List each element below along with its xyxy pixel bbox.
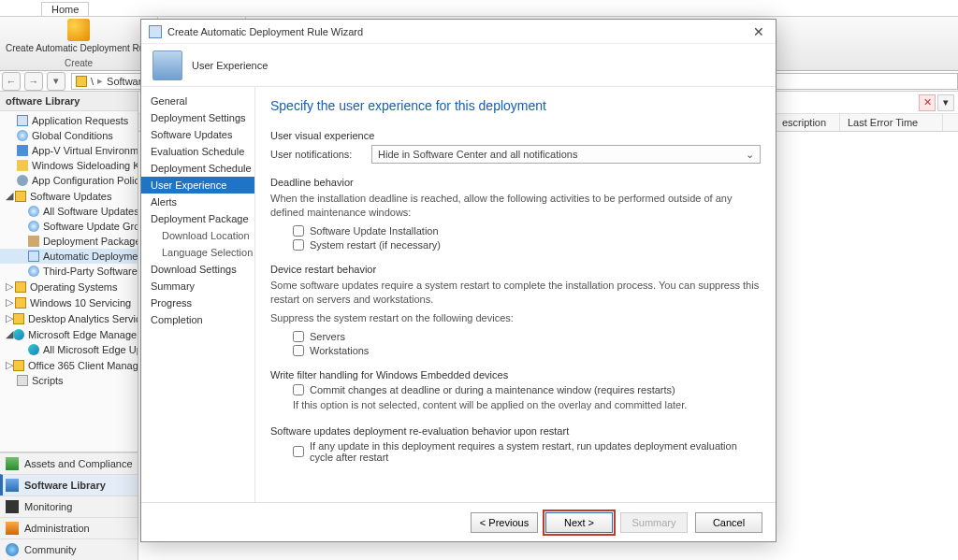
wizard-step[interactable]: Progress bbox=[141, 294, 254, 311]
tree-item[interactable]: Software Update Groups bbox=[0, 219, 138, 234]
chk-re-evaluate[interactable]: If any update in this deployment require… bbox=[293, 440, 761, 463]
wizard-step[interactable]: Evaluation Schedule bbox=[141, 143, 254, 160]
admin-icon bbox=[6, 522, 19, 535]
tree-item[interactable]: ▷Windows 10 Servicing bbox=[0, 294, 138, 310]
pkg-icon bbox=[28, 236, 39, 247]
suppress-restart-label: Suppress the system restart on the follo… bbox=[270, 311, 761, 325]
tree-item[interactable]: Windows Sideloading Key bbox=[0, 158, 138, 173]
mon-icon bbox=[6, 500, 19, 513]
chk-servers[interactable]: Servers bbox=[293, 331, 761, 342]
tree-item[interactable]: ▷Operating Systems bbox=[0, 279, 138, 294]
col-last-error-time[interactable]: Last Error Time bbox=[840, 114, 943, 131]
section-deadline-behavior: Deadline behavior bbox=[270, 177, 761, 188]
win-icon bbox=[17, 145, 28, 156]
wizard-icon bbox=[149, 25, 162, 38]
next-button[interactable]: Next > bbox=[545, 512, 613, 533]
create-adr-button[interactable]: Create Automatic Deployment Rule bbox=[6, 19, 152, 53]
section-user-visual-experience: User visual experience bbox=[270, 130, 761, 141]
gear-icon bbox=[17, 175, 28, 186]
nav-up-button[interactable]: ▾ bbox=[47, 72, 65, 91]
wizard-steps: GeneralDeployment SettingsSoftware Updat… bbox=[141, 87, 255, 502]
wunderbar-item[interactable]: Software Library bbox=[0, 474, 138, 495]
nav-tree: Application RequestsGlobal ConditionsApp… bbox=[0, 111, 138, 390]
filter-button[interactable]: ▾ bbox=[937, 94, 954, 111]
device-restart-description: Some software updates require a system r… bbox=[270, 279, 761, 307]
wunderbar-item[interactable]: Assets and Compliance bbox=[0, 452, 138, 474]
wizard-step[interactable]: Deployment Settings bbox=[141, 109, 254, 126]
folder-icon bbox=[15, 297, 26, 309]
cancel-button[interactable]: Cancel bbox=[695, 512, 762, 533]
ribbon-group-label: Create bbox=[65, 58, 93, 68]
edge-icon bbox=[28, 344, 39, 355]
write-filter-note: If this option is not selected, content … bbox=[293, 398, 761, 412]
folder-icon bbox=[13, 360, 24, 371]
dialog-close-button[interactable]: ✕ bbox=[749, 24, 768, 39]
star-wand-icon bbox=[67, 19, 90, 41]
wizard-step[interactable]: Software Updates bbox=[141, 126, 254, 143]
summary-button: Summary bbox=[620, 512, 688, 533]
globe-icon bbox=[17, 130, 28, 141]
wizard-page: Specify the user experience for this dep… bbox=[255, 87, 776, 502]
nav-back-button[interactable]: ← bbox=[2, 72, 21, 91]
globe-icon bbox=[28, 206, 39, 217]
script-icon bbox=[17, 375, 28, 386]
col-description[interactable]: escription bbox=[775, 114, 840, 131]
wizard-step[interactable]: Alerts bbox=[141, 194, 254, 210]
wizard-step[interactable]: General bbox=[141, 93, 254, 109]
wizard-step[interactable]: Completion bbox=[141, 311, 254, 328]
wizard-step[interactable]: User Experience bbox=[141, 177, 254, 194]
tree-item[interactable]: ◢Microsoft Edge Manageme bbox=[0, 326, 138, 342]
tree-item[interactable]: All Software Updates bbox=[0, 204, 138, 219]
tree-item[interactable]: App-V Virtual Environme bbox=[0, 143, 138, 158]
folder-icon bbox=[13, 313, 24, 324]
tree-item[interactable]: Automatic Deployment R bbox=[0, 249, 138, 264]
wizard-step[interactable]: Download Settings bbox=[141, 261, 254, 278]
tree-item[interactable]: ▷Desktop Analytics Servicing bbox=[0, 310, 138, 326]
chk-software-update-installation[interactable]: Software Update Installation bbox=[293, 225, 761, 237]
globe-icon bbox=[28, 266, 39, 277]
banner-title: User Experience bbox=[192, 60, 268, 71]
lib-icon bbox=[6, 479, 19, 492]
wunderbar: Assets and ComplianceSoftware LibraryMon… bbox=[0, 452, 138, 560]
tree-item[interactable]: Scripts bbox=[0, 373, 138, 388]
tree-item[interactable]: Deployment Packages bbox=[0, 234, 138, 249]
dialog-title: Create Automatic Deployment Rule Wizard bbox=[167, 26, 363, 37]
page-heading: Specify the user experience for this dep… bbox=[270, 98, 761, 113]
chk-workstations[interactable]: Workstations bbox=[293, 345, 761, 356]
folder-icon bbox=[76, 76, 87, 87]
doc-icon bbox=[28, 251, 39, 262]
wizard-step[interactable]: Deployment Package bbox=[141, 210, 254, 227]
wunderbar-item[interactable]: Community bbox=[0, 538, 138, 560]
tab-home[interactable]: Home bbox=[41, 2, 89, 16]
chevron-down-icon: ⌄ bbox=[746, 149, 754, 161]
tree-item[interactable]: Global Conditions bbox=[0, 128, 138, 143]
wunderbar-item[interactable]: Administration bbox=[0, 517, 138, 538]
key-icon bbox=[17, 160, 28, 171]
wizard-step[interactable]: Language Selection bbox=[141, 244, 254, 261]
nav-forward-button[interactable]: → bbox=[24, 72, 43, 91]
clear-filter-button[interactable]: ✕ bbox=[919, 94, 936, 111]
user-notifications-label: User notifications: bbox=[270, 149, 364, 160]
section-device-restart: Device restart behavior bbox=[270, 264, 761, 275]
section-re-evaluation: Software updates deployment re-evaluatio… bbox=[270, 425, 761, 437]
tree-item[interactable]: Application Requests bbox=[0, 113, 138, 128]
tree-item[interactable]: ▷Office 365 Client Manageme bbox=[0, 357, 138, 373]
left-pane-header: oftware Library bbox=[0, 92, 138, 111]
tree-item[interactable]: ◢Software Updates bbox=[0, 188, 138, 204]
tree-item[interactable]: Third-Party Software Upd bbox=[0, 264, 138, 279]
folder-icon bbox=[15, 281, 26, 293]
wizard-step[interactable]: Download Location bbox=[141, 227, 254, 244]
globe-icon bbox=[28, 221, 39, 232]
wunderbar-item[interactable]: Monitoring bbox=[0, 495, 138, 517]
wizard-step[interactable]: Summary bbox=[141, 278, 254, 294]
user-notifications-select[interactable]: Hide in Software Center and all notifica… bbox=[371, 145, 761, 164]
wizard-step[interactable]: Deployment Schedule bbox=[141, 160, 254, 177]
tree-item[interactable]: All Microsoft Edge Update bbox=[0, 342, 138, 357]
previous-button[interactable]: < Previous bbox=[471, 512, 538, 533]
section-write-filter: Write filter handling for Windows Embedd… bbox=[270, 369, 761, 381]
tree-item[interactable]: App Configuration Policie bbox=[0, 173, 138, 188]
ribbon-tabs: Home bbox=[0, 0, 958, 17]
chk-commit-changes[interactable]: Commit changes at deadline or during a m… bbox=[293, 384, 761, 395]
chk-system-restart[interactable]: System restart (if necessary) bbox=[293, 239, 761, 251]
dialog-banner: User Experience bbox=[141, 44, 776, 87]
